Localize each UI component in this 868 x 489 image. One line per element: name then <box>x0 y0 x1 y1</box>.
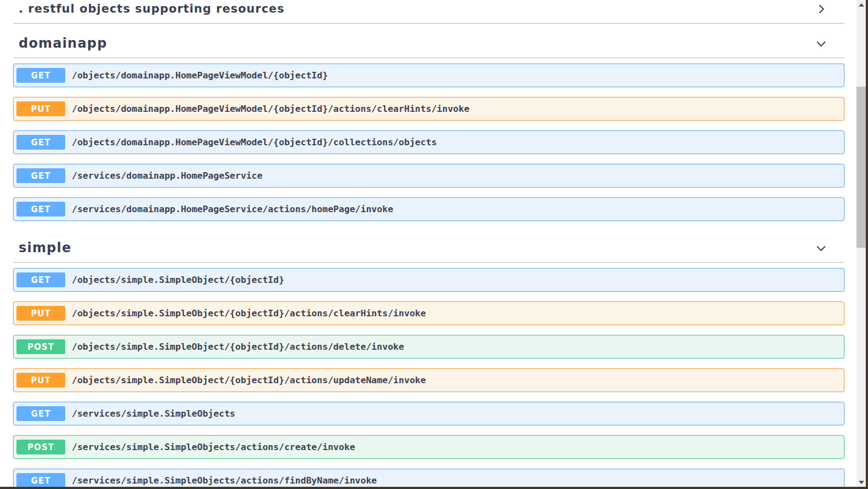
method-badge: PUT <box>16 101 65 116</box>
scrollbar-up-button[interactable] <box>856 0 866 9</box>
operation-path: /services/simple.SimpleObjects <box>72 408 235 419</box>
operation-row[interactable]: POST/services/simple.SimpleObjects/actio… <box>13 435 844 459</box>
operation-path: /objects/domainapp.HomePageViewModel/{ob… <box>72 104 469 114</box>
operation-row[interactable]: GET/objects/simple.SimpleObject/{objectI… <box>13 268 844 292</box>
tag-header[interactable]: domainapp <box>13 24 844 58</box>
operation-row[interactable]: PUT/objects/simple.SimpleObject/{objectI… <box>13 368 844 392</box>
scroll-down-icon <box>859 481 864 484</box>
scrollbar-thumb[interactable] <box>856 87 866 248</box>
tag-title: . restful objects supporting resources <box>19 1 285 16</box>
operation-row[interactable]: GET/objects/domainapp.HomePageViewModel/… <box>13 64 844 87</box>
window-border-bottom <box>0 487 868 489</box>
swagger-page: . restful objects supporting resourcesdo… <box>0 0 856 487</box>
method-badge: GET <box>16 202 65 217</box>
method-badge: GET <box>16 406 65 421</box>
tag-header[interactable]: . restful objects supporting resources <box>13 0 844 24</box>
scrollbar-down-button[interactable] <box>856 477 866 487</box>
method-badge: GET <box>16 168 65 183</box>
method-badge: PUT <box>16 373 65 388</box>
operation-row[interactable]: PUT/objects/domainapp.HomePageViewModel/… <box>13 97 844 121</box>
operation-path: /services/simple.SimpleObjects/actions/c… <box>72 442 355 452</box>
chevron-down-icon <box>815 38 827 49</box>
operation-row[interactable]: GET/services/simple.SimpleObjects <box>13 402 844 425</box>
operation-row[interactable]: GET/services/simple.SimpleObjects/action… <box>13 469 844 487</box>
operation-path: /objects/simple.SimpleObject/{objectId}/… <box>72 308 426 319</box>
method-badge: PUT <box>16 306 65 321</box>
tag-title: domainapp <box>19 36 107 51</box>
operation-row[interactable]: PUT/objects/simple.SimpleObject/{objectI… <box>13 302 844 325</box>
tag-header[interactable]: simple <box>13 228 844 263</box>
window-border-right <box>866 0 868 489</box>
operation-path: /objects/domainapp.HomePageViewModel/{ob… <box>72 137 437 147</box>
chevron-down-icon <box>815 242 827 254</box>
api-sections: . restful objects supporting resourcesdo… <box>0 0 856 487</box>
operations-list: GET/objects/domainapp.HomePageViewModel/… <box>13 58 844 228</box>
operations-list: GET/objects/simple.SimpleObject/{objectI… <box>13 263 844 487</box>
tag-title: simple <box>19 240 71 255</box>
operation-row[interactable]: GET/objects/domainapp.HomePageViewModel/… <box>13 130 844 154</box>
method-badge: GET <box>16 272 65 287</box>
operation-row[interactable]: GET/services/domainapp.HomePageService <box>13 164 844 187</box>
vertical-scrollbar[interactable] <box>856 0 866 487</box>
operation-path: /services/domainapp.HomePageService <box>72 170 263 181</box>
operation-path: /services/domainapp.HomePageService/acti… <box>72 204 393 214</box>
operation-path: /objects/simple.SimpleObject/{objectId} <box>72 275 284 285</box>
operation-row[interactable]: POST/objects/simple.SimpleObject/{object… <box>13 335 844 359</box>
operation-path: /objects/domainapp.HomePageViewModel/{ob… <box>72 70 328 81</box>
method-badge: POST <box>16 339 65 354</box>
method-badge: POST <box>16 440 65 454</box>
operation-row[interactable]: GET/services/domainapp.HomePageService/a… <box>13 197 844 221</box>
method-badge: GET <box>16 135 65 150</box>
method-badge: GET <box>16 68 65 83</box>
method-badge: GET <box>16 473 65 487</box>
scroll-up-icon <box>859 3 864 7</box>
operation-path: /objects/simple.SimpleObject/{objectId}/… <box>72 375 426 385</box>
operation-path: /services/simple.SimpleObjects/actions/f… <box>72 475 377 486</box>
operation-path: /objects/simple.SimpleObject/{objectId}/… <box>72 342 404 352</box>
chevron-right-icon <box>815 3 827 15</box>
